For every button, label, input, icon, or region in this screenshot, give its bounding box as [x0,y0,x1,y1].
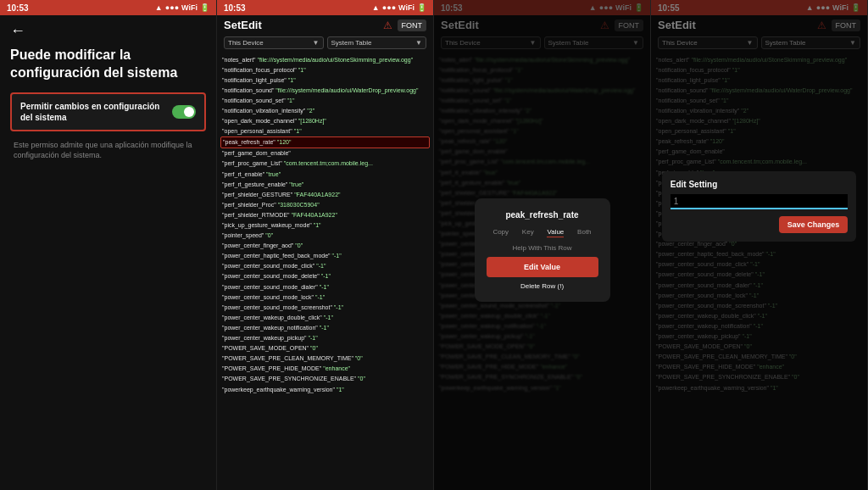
setedit-actions-4: ⚠ FONT [817,19,861,31]
list-item: "notification_vibration_intensity" "2" [654,105,864,115]
save-changes-button[interactable]: Save Changes [779,216,849,233]
table-selector-text-3: System Table [548,39,589,47]
system-config-toggle[interactable] [172,105,196,119]
list-item: "power_center_wakeup_pickup" "-1" [654,331,864,342]
device-selector-4[interactable]: This Device ▼ [658,36,758,49]
setedit-selectors-2: This Device ▼ System Table ▼ [217,35,433,53]
list-item: "POWER_SAVE_MODE_OPEN" "0" [654,342,864,352]
device-selector-text-2: This Device [228,39,264,47]
list-item: "power_center_sound_mode_dialer" "-1" [654,280,864,290]
table-selector-4[interactable]: System Table ▼ [761,36,861,49]
setedit-title-4: SetEdit [658,19,696,31]
list-item: "powerkeep_earthquake_warning_version" "… [654,382,864,393]
modal-tab-copy[interactable]: Copy [492,228,509,237]
font-button-2[interactable]: FONT [398,19,427,31]
p1-header: ← Puede modificar la configuración del s… [0,15,216,164]
device-selector-3[interactable]: This Device ▼ [441,36,541,49]
device-selector-2[interactable]: This Device ▼ [224,36,324,49]
list-item: "power_center_wakeup_pickup" "-1" [437,331,647,342]
list-item: "notification_focus_protocol" "1" [437,64,647,75]
list-item[interactable]: "POWER_SAVE_PRE_SYNCHRONIZE_ENABLE" "0" [220,374,430,384]
list-item[interactable]: "perf_shielder_RTMODE" "FAF440A1A922" [220,209,430,220]
list-item[interactable]: "perf_rt_gesture_enable" "true" [220,179,430,189]
setedit-selectors-4: This Device ▼ System Table ▼ [651,35,867,53]
list-item[interactable]: "open_dark_mode_channel" "[1280Hz]" [220,116,430,126]
setedit-header-2: SetEdit ⚠ FONT [217,15,433,35]
setedit-header-3: SetEdit ⚠ FONT [434,15,650,35]
list-item: "power_center_sound_mode_screenshot" "-1… [654,300,864,310]
list-item: "notes_alert" "file:///system/media/audi… [437,54,647,64]
list-item[interactable]: "power_center_sound_mode_lock" "-1" [220,292,430,302]
table-selector-2[interactable]: System Table ▼ [327,36,427,49]
peak-refresh-rate-modal: peak_refresh_rate Copy Key Value Both He… [475,198,610,302]
list-item[interactable]: "power_center_sound_mode_dialer" "-1" [220,281,430,292]
list-item[interactable]: "notification_sound" "file:///system/med… [220,85,430,95]
status-bar-1: 10:53 ▲ ●●● WiFi 🔋 [0,0,216,15]
list-item[interactable]: "perf_proc_game_List" "com.tencent.tm;co… [220,159,430,169]
font-button-3[interactable]: FONT [615,19,644,31]
list-item[interactable]: "notes_alert" "file:///system/media/audi… [220,54,430,64]
list-item[interactable]: "power_center_sound_mode_delete" "-1" [220,271,430,281]
list-item[interactable]: "power_center_sound_mode_screenshot" "-1… [220,302,430,312]
list-item: "POWER_SAVE_MODE_OPEN" "0" [437,342,647,352]
modal-tab-key[interactable]: Key [522,228,534,237]
setedit-selectors-3: This Device ▼ System Table ▼ [434,35,650,53]
list-item: "perf_proc_game_List" "com.tencent.tm;co… [437,157,647,167]
list-item[interactable]: "perf_shielder_Proc" "318030C5904" [220,199,430,209]
list-item: "notification_focus_protocol" "1" [654,64,864,75]
font-button-4[interactable]: FONT [832,19,861,31]
list-item[interactable]: "notification_light_pulse" "1" [220,75,430,85]
back-button[interactable]: ← [10,22,206,40]
setedit-actions-3: ⚠ FONT [600,19,644,31]
list-item[interactable]: "POWER_SAVE_PRE_HIDE_MODE" "enhance" [220,364,430,374]
list-item[interactable]: "POWER_SAVE_PRE_CLEAN_MEMORY_TIME" "0" [220,354,430,364]
list-item[interactable]: "power_center_wakeup_pickup" "-1" [220,333,430,343]
list-item[interactable]: "notification_focus_protocol" "1" [220,64,430,75]
list-item: "power_center_wakeup_notification" "-1" [654,320,864,331]
list-item[interactable]: "POWER_SAVE_MODE_OPEN" "0" [220,343,430,354]
delete-row-button[interactable]: Delete Row (!) [487,282,598,290]
list-item[interactable]: "pointer_speed" "0" [220,231,430,241]
list-item[interactable]: "notification_vibration_intensity" "2" [220,105,430,115]
modal-title: peak_refresh_rate [487,210,598,220]
table-selector-arrow-2: ▼ [415,39,422,47]
edit-value-input[interactable] [683,196,844,206]
list-item: "power_center_wakeup_double_click" "-1" [437,310,647,320]
list-item: "power_center_haptic_feed_back_mode" "-1… [654,249,864,259]
status-time-3: 10:53 [441,3,463,13]
setedit-actions-2: ⚠ FONT [383,19,427,31]
status-bar-4: 10:55 ▲ ●●● WiFi 🔋 [651,0,867,15]
list-item[interactable]: "perf_rt_enable" "true" [220,169,430,179]
list-item[interactable]: "power_center_wakeup_double_click" "-1" [220,312,430,322]
table-selector-text-2: System Table [331,39,372,47]
status-time-4: 10:55 [658,3,680,13]
status-icons-2: ▲ ●●● WiFi 🔋 [372,3,426,12]
list-item: "notification_sound_set" "1" [654,95,864,105]
list-item[interactable]: "power_center_haptic_feed_back_mode" "-1… [220,251,430,261]
list-item[interactable]: "notification_sound_set" "1" [220,95,430,105]
list-item[interactable]: "power_center_wakeup_notification" "-1" [220,322,430,332]
list-item[interactable]: "power_center_finger_aod" "0" [220,241,430,251]
edit-setting-dialog: Edit Setting 1 Save Changes [662,171,857,242]
modal-tab-both[interactable]: Both [577,228,591,237]
list-item: "perf_game_dom_enable" [437,147,647,157]
status-time-1: 10:53 [7,3,29,13]
list-item[interactable]: "powerkeep_earthquake_warning_version" "… [220,384,430,394]
list-item[interactable]: "pick_up_gesture_wakeup_mode" "1" [220,220,430,231]
table-selector-3[interactable]: System Table ▼ [544,36,644,49]
edit-value-button[interactable]: Edit Value [487,257,598,277]
list-item: "notification_light_pulse" "1" [654,75,864,85]
list-item: "POWER_SAVE_PRE_SYNCHRONIZE_ENABLE" "0" [437,372,647,382]
list-item[interactable]: "open_personal_assistant" "1" [220,126,430,136]
list-item[interactable]: "power_center_sound_mode_click" "-1" [220,261,430,271]
list-item: "perf_shielder_GESTURE" "FAF440A1A922" [437,187,647,198]
list-item[interactable]: "perf_shielder_GESTURE" "FAF440A1A922" [220,189,430,199]
list-item[interactable]: "perf_game_dom_enable" [220,148,430,159]
list-item: "power_center_wakeup_notification" "-1" [437,320,647,331]
list-item: "power_center_sound_mode_lock" "-1" [654,290,864,300]
list-item[interactable]: "peak_refresh_rate" "120" [220,136,430,148]
toggle-row[interactable]: Permitir cambios en configuración del si… [10,92,206,131]
list-item: "perf_rt_enable" "true" [437,167,647,177]
modal-tab-value[interactable]: Value [547,228,564,237]
panel-1: 10:53 ▲ ●●● WiFi 🔋 ← Puede modificar la … [0,0,217,490]
